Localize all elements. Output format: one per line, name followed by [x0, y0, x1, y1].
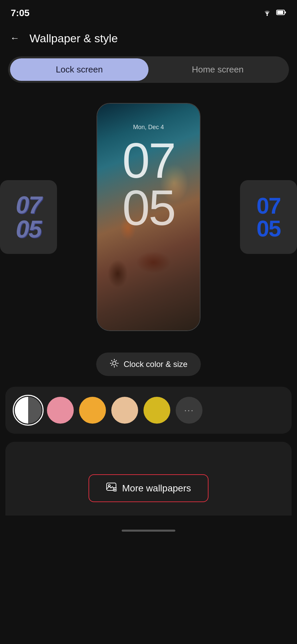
wallpaper-section: More wallpapers	[5, 442, 292, 516]
color-dot-pink[interactable]	[47, 397, 74, 424]
clock-color-size-label: Clock color & size	[124, 360, 188, 369]
header: ← Wallpaper & style	[0, 23, 297, 53]
clock-color-size-button[interactable]: Clock color & size	[96, 353, 201, 376]
tab-home-screen[interactable]: Home screen	[148, 58, 287, 81]
status-bar: 7:05	[0, 0, 297, 23]
color-dot-default[interactable]	[15, 397, 42, 424]
color-dot-yellow[interactable]	[143, 397, 170, 424]
status-icons	[262, 9, 286, 17]
palette-section: ···	[5, 387, 292, 434]
clock-style-bold-card[interactable]: 07 05	[240, 180, 297, 254]
tab-lock-screen[interactable]: Lock screen	[10, 58, 148, 81]
phone-clock-minute: 05	[122, 184, 175, 232]
phone-clock-hour: 07	[122, 137, 175, 184]
battery-icon	[276, 9, 286, 17]
gear-icon	[110, 359, 119, 370]
wifi-icon	[262, 9, 272, 17]
phone-clock: 07 05	[122, 137, 175, 231]
phone-background: Mon, Dec 4 07 05	[97, 104, 200, 330]
ornate-hour: 07	[16, 194, 41, 216]
svg-point-0	[266, 15, 268, 16]
clock-carousel: 07 05 Mon, Dec 4 07 05 07 05	[0, 90, 297, 344]
color-dots-row: ···	[12, 397, 285, 424]
back-arrow-icon: ←	[10, 33, 19, 44]
ornate-clock-display: 07 05	[16, 194, 41, 241]
color-dot-peach[interactable]	[111, 397, 138, 424]
clock-style-ornate-card[interactable]: 07 05	[0, 180, 57, 254]
phone-preview: Mon, Dec 4 07 05	[97, 103, 200, 331]
wallpapers-icon	[106, 482, 117, 494]
more-colors-icon: ···	[184, 405, 194, 416]
blue-minute: 05	[256, 217, 281, 240]
svg-point-4	[113, 362, 116, 365]
color-dot-orange[interactable]	[79, 397, 106, 424]
page-title: Wallpaper & style	[29, 32, 118, 45]
home-bar	[122, 530, 175, 532]
svg-rect-3	[285, 11, 286, 13]
color-more-button[interactable]: ···	[176, 397, 202, 424]
tab-switcher: Lock screen Home screen	[8, 56, 289, 83]
clock-btn-wrapper: Clock color & size	[0, 353, 297, 376]
ornate-minute: 05	[16, 218, 41, 240]
svg-rect-2	[277, 11, 283, 14]
status-time: 7:05	[11, 8, 29, 18]
more-wallpapers-button[interactable]: More wallpapers	[88, 474, 208, 502]
back-button[interactable]: ←	[7, 30, 23, 46]
blue-hour: 07	[256, 194, 281, 217]
phone-date: Mon, Dec 4	[133, 124, 164, 131]
more-wallpapers-label: More wallpapers	[122, 483, 191, 494]
blue-clock-display: 07 05	[256, 194, 281, 240]
home-indicator	[0, 522, 297, 539]
